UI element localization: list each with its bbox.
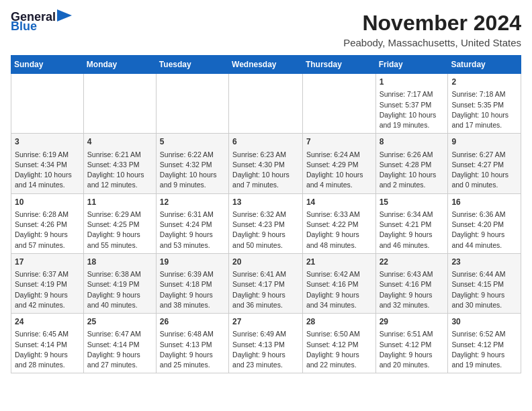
calendar-cell: 23Sunrise: 6:44 AM Sunset: 4:15 PM Dayli…	[448, 253, 521, 313]
day-number: 22	[380, 257, 445, 268]
day-info: Sunrise: 6:19 AM Sunset: 4:34 PM Dayligh…	[15, 150, 80, 191]
header-sunday: Sunday	[11, 56, 84, 74]
day-number: 4	[87, 136, 152, 148]
title-area: November 2024 Peabody, Massachusetts, Un…	[343, 11, 521, 48]
day-info: Sunrise: 7:17 AM Sunset: 5:37 PM Dayligh…	[380, 89, 445, 130]
calendar-cell: 11Sunrise: 6:29 AM Sunset: 4:25 PM Dayli…	[83, 193, 156, 253]
calendar-body: 1Sunrise: 7:17 AM Sunset: 5:37 PM Daylig…	[11, 74, 521, 373]
day-number: 26	[160, 316, 225, 328]
week-row-3: 10Sunrise: 6:28 AM Sunset: 4:26 PM Dayli…	[11, 193, 521, 253]
day-number: 6	[232, 136, 299, 148]
week-row-5: 24Sunrise: 6:45 AM Sunset: 4:14 PM Dayli…	[11, 314, 521, 373]
day-number: 3	[15, 136, 80, 148]
week-row-1: 1Sunrise: 7:17 AM Sunset: 5:37 PM Daylig…	[11, 74, 521, 134]
day-info: Sunrise: 6:23 AM Sunset: 4:30 PM Dayligh…	[232, 150, 299, 191]
day-info: Sunrise: 6:48 AM Sunset: 4:13 PM Dayligh…	[160, 329, 225, 370]
day-info: Sunrise: 6:52 AM Sunset: 4:12 PM Dayligh…	[451, 329, 517, 370]
logo-icon	[57, 9, 72, 21]
calendar-cell	[83, 74, 156, 134]
day-number: 30	[451, 316, 517, 328]
day-info: Sunrise: 6:29 AM Sunset: 4:25 PM Dayligh…	[87, 210, 152, 250]
day-number: 19	[160, 257, 225, 268]
header-tuesday: Tuesday	[156, 56, 228, 74]
day-info: Sunrise: 6:45 AM Sunset: 4:14 PM Dayligh…	[15, 329, 80, 370]
week-row-2: 3Sunrise: 6:19 AM Sunset: 4:34 PM Daylig…	[11, 134, 521, 193]
day-number: 24	[15, 316, 80, 328]
day-info: Sunrise: 6:41 AM Sunset: 4:17 PM Dayligh…	[232, 269, 299, 310]
day-info: Sunrise: 6:42 AM Sunset: 4:16 PM Dayligh…	[306, 269, 372, 310]
day-number: 9	[451, 136, 517, 148]
calendar-cell: 14Sunrise: 6:33 AM Sunset: 4:22 PM Dayli…	[302, 193, 375, 253]
calendar-cell: 15Sunrise: 6:34 AM Sunset: 4:21 PM Dayli…	[375, 193, 448, 253]
calendar-cell: 9Sunrise: 6:27 AM Sunset: 4:27 PM Daylig…	[448, 134, 521, 193]
calendar-cell: 22Sunrise: 6:43 AM Sunset: 4:16 PM Dayli…	[375, 253, 448, 313]
calendar-cell: 29Sunrise: 6:51 AM Sunset: 4:12 PM Dayli…	[375, 314, 448, 373]
calendar-cell: 19Sunrise: 6:39 AM Sunset: 4:18 PM Dayli…	[156, 253, 228, 313]
day-info: Sunrise: 6:33 AM Sunset: 4:22 PM Dayligh…	[306, 210, 372, 250]
day-info: Sunrise: 6:27 AM Sunset: 4:27 PM Dayligh…	[451, 150, 517, 191]
day-info: Sunrise: 6:47 AM Sunset: 4:14 PM Dayligh…	[87, 329, 152, 370]
header-saturday: Saturday	[448, 56, 521, 74]
header-wednesday: Wednesday	[229, 56, 303, 74]
calendar-cell	[156, 74, 228, 134]
day-info: Sunrise: 6:32 AM Sunset: 4:23 PM Dayligh…	[232, 210, 299, 250]
day-info: Sunrise: 6:49 AM Sunset: 4:13 PM Dayligh…	[232, 329, 299, 370]
svg-marker-0	[57, 9, 72, 21]
calendar-cell: 17Sunrise: 6:37 AM Sunset: 4:19 PM Dayli…	[11, 253, 84, 313]
day-info: Sunrise: 6:22 AM Sunset: 4:32 PM Dayligh…	[160, 150, 225, 191]
day-info: Sunrise: 6:43 AM Sunset: 4:16 PM Dayligh…	[380, 269, 445, 310]
day-info: Sunrise: 6:31 AM Sunset: 4:24 PM Dayligh…	[160, 210, 225, 250]
day-number: 13	[232, 197, 299, 208]
calendar-cell: 13Sunrise: 6:32 AM Sunset: 4:23 PM Dayli…	[229, 193, 303, 253]
day-info: Sunrise: 6:51 AM Sunset: 4:12 PM Dayligh…	[380, 329, 445, 370]
day-number: 27	[232, 316, 299, 328]
day-number: 7	[306, 136, 372, 148]
calendar-cell: 18Sunrise: 6:38 AM Sunset: 4:19 PM Dayli…	[83, 253, 156, 313]
day-info: Sunrise: 6:44 AM Sunset: 4:15 PM Dayligh…	[451, 269, 517, 310]
calendar-cell: 26Sunrise: 6:48 AM Sunset: 4:13 PM Dayli…	[156, 314, 228, 373]
day-info: Sunrise: 6:28 AM Sunset: 4:26 PM Dayligh…	[15, 210, 80, 250]
calendar-cell: 6Sunrise: 6:23 AM Sunset: 4:30 PM Daylig…	[229, 134, 303, 193]
day-number: 17	[15, 257, 80, 268]
day-info: Sunrise: 6:39 AM Sunset: 4:18 PM Dayligh…	[160, 269, 225, 310]
day-number: 14	[306, 197, 372, 208]
day-number: 28	[306, 316, 372, 328]
day-number: 12	[160, 197, 225, 208]
day-number: 8	[380, 136, 445, 148]
day-number: 1	[380, 77, 445, 88]
calendar-cell: 27Sunrise: 6:49 AM Sunset: 4:13 PM Dayli…	[229, 314, 303, 373]
calendar-cell	[229, 74, 303, 134]
day-info: Sunrise: 6:38 AM Sunset: 4:19 PM Dayligh…	[87, 269, 152, 310]
calendar-cell: 1Sunrise: 7:17 AM Sunset: 5:37 PM Daylig…	[375, 74, 448, 134]
day-info: Sunrise: 6:26 AM Sunset: 4:28 PM Dayligh…	[380, 150, 445, 191]
day-number: 18	[87, 257, 152, 268]
calendar-cell: 30Sunrise: 6:52 AM Sunset: 4:12 PM Dayli…	[448, 314, 521, 373]
day-number: 5	[160, 136, 225, 148]
day-number: 21	[306, 257, 372, 268]
day-number: 29	[380, 316, 445, 328]
calendar-cell: 24Sunrise: 6:45 AM Sunset: 4:14 PM Dayli…	[11, 314, 84, 373]
header-monday: Monday	[83, 56, 156, 74]
day-info: Sunrise: 6:21 AM Sunset: 4:33 PM Dayligh…	[87, 150, 152, 191]
header-thursday: Thursday	[302, 56, 375, 74]
calendar-cell: 28Sunrise: 6:50 AM Sunset: 4:12 PM Dayli…	[302, 314, 375, 373]
calendar-cell: 12Sunrise: 6:31 AM Sunset: 4:24 PM Dayli…	[156, 193, 228, 253]
logo-text-blue: Blue	[11, 20, 37, 32]
day-number: 16	[451, 197, 517, 208]
day-number: 11	[87, 197, 152, 208]
day-number: 15	[380, 197, 445, 208]
location-subtitle: Peabody, Massachusetts, United States	[343, 37, 521, 48]
calendar-cell: 10Sunrise: 6:28 AM Sunset: 4:26 PM Dayli…	[11, 193, 84, 253]
day-number: 20	[232, 257, 299, 268]
calendar-cell: 7Sunrise: 6:24 AM Sunset: 4:29 PM Daylig…	[302, 134, 375, 193]
calendar-cell: 3Sunrise: 6:19 AM Sunset: 4:34 PM Daylig…	[11, 134, 84, 193]
calendar-cell	[11, 74, 84, 134]
day-info: Sunrise: 7:18 AM Sunset: 5:35 PM Dayligh…	[451, 89, 517, 130]
day-info: Sunrise: 6:36 AM Sunset: 4:20 PM Dayligh…	[451, 210, 517, 250]
day-number: 2	[451, 77, 517, 88]
calendar-cell: 16Sunrise: 6:36 AM Sunset: 4:20 PM Dayli…	[448, 193, 521, 253]
day-number: 10	[15, 197, 80, 208]
calendar-cell: 5Sunrise: 6:22 AM Sunset: 4:32 PM Daylig…	[156, 134, 228, 193]
calendar-cell: 2Sunrise: 7:18 AM Sunset: 5:35 PM Daylig…	[448, 74, 521, 134]
calendar-cell	[302, 74, 375, 134]
